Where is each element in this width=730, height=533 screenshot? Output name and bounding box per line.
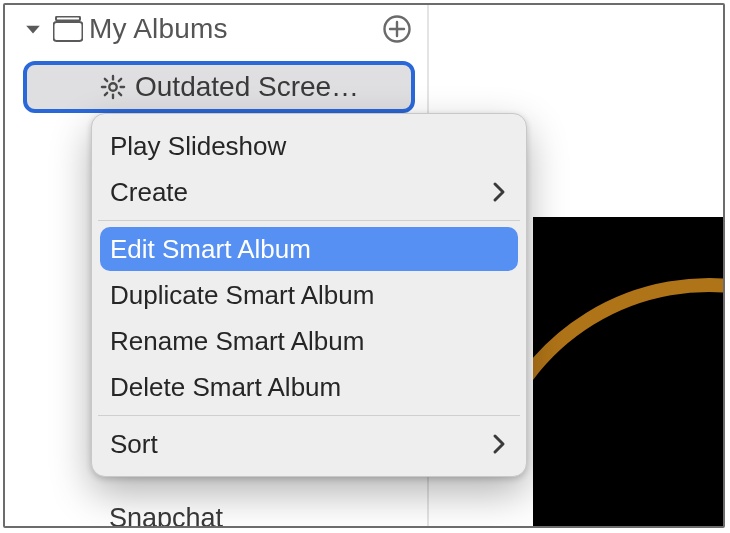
menu-item-delete-smart-album[interactable]: Delete Smart Album (100, 365, 518, 409)
menu-item-label: Rename Smart Album (110, 326, 364, 357)
app-window: My Albums Ou (3, 3, 725, 528)
svg-rect-1 (54, 22, 83, 41)
svg-rect-0 (56, 17, 80, 21)
albums-folder-icon (47, 16, 89, 42)
menu-item-play-slideshow[interactable]: Play Slideshow (100, 124, 518, 168)
sidebar-item-snapchat[interactable]: Snapchat (109, 503, 223, 528)
sidebar-section-my-albums[interactable]: My Albums (19, 5, 417, 53)
menu-item-create[interactable]: Create (100, 170, 518, 214)
menu-item-label: Delete Smart Album (110, 372, 341, 403)
add-album-button[interactable] (377, 14, 417, 44)
disclosure-triangle-icon[interactable] (19, 20, 47, 38)
sidebar-section-title: My Albums (89, 13, 377, 45)
svg-point-3 (109, 83, 116, 90)
menu-item-duplicate-smart-album[interactable]: Duplicate Smart Album (100, 273, 518, 317)
menu-item-label: Duplicate Smart Album (110, 280, 374, 311)
chevron-right-icon (492, 433, 506, 455)
photo-arc-decoration (533, 241, 723, 526)
sidebar-item-outdated-screenshots[interactable]: Outdated Scree… (23, 61, 415, 113)
menu-separator (98, 415, 520, 416)
menu-item-edit-smart-album[interactable]: Edit Smart Album (100, 227, 518, 271)
menu-item-label: Sort (110, 429, 158, 460)
menu-item-sort[interactable]: Sort (100, 422, 518, 466)
menu-item-rename-smart-album[interactable]: Rename Smart Album (100, 319, 518, 363)
menu-item-label: Play Slideshow (110, 131, 286, 162)
menu-separator (98, 220, 520, 221)
menu-item-label: Create (110, 177, 188, 208)
smart-album-gear-icon (97, 73, 129, 101)
sidebar-item-label: Outdated Scree… (89, 71, 359, 103)
context-menu: Play SlideshowCreateEdit Smart AlbumDupl… (91, 113, 527, 477)
chevron-right-icon (492, 181, 506, 203)
photo-preview (533, 217, 723, 526)
menu-item-label: Edit Smart Album (110, 234, 311, 265)
